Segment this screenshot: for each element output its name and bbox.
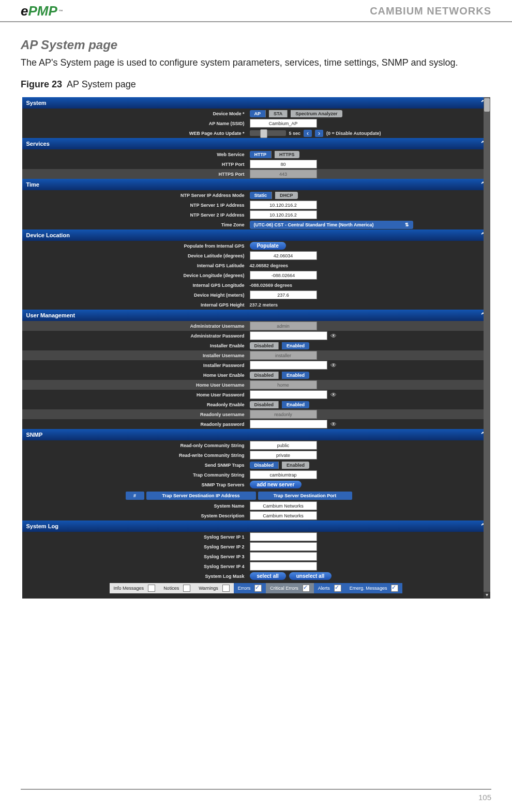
- device-mode-sta[interactable]: STA: [269, 110, 288, 117]
- opt-enabled[interactable]: Enabled: [282, 462, 309, 469]
- scroll-down-icon[interactable]: ▾: [484, 592, 490, 599]
- height-input[interactable]: [250, 290, 317, 299]
- inst-pw-label: Installer Password: [22, 363, 250, 368]
- populate-label: Populate from Internal GPS: [22, 243, 250, 249]
- home-user-input: [250, 380, 317, 389]
- gps-lat-label: Internal GPS Latitude: [22, 263, 250, 268]
- inst-user-input: [250, 351, 317, 360]
- trap-comm-input[interactable]: [250, 470, 317, 479]
- scrollbar[interactable]: ▾: [484, 97, 490, 599]
- device-mode-ap[interactable]: AP: [250, 110, 266, 117]
- http-port-input[interactable]: [250, 160, 317, 168]
- panel-title: System: [26, 100, 47, 106]
- inst-pw-input[interactable]: [250, 361, 327, 370]
- populate-button[interactable]: Populate: [250, 242, 286, 250]
- sysdesc-input[interactable]: [250, 511, 317, 520]
- checkbox[interactable]: [254, 585, 262, 592]
- checkbox[interactable]: [391, 585, 398, 592]
- unselect-all-button[interactable]: unselect all: [289, 572, 332, 580]
- syslog-s1-input[interactable]: [250, 532, 317, 541]
- rw-comm-input[interactable]: [250, 451, 317, 459]
- ntp-mode-toggle[interactable]: Static DHCP: [250, 192, 298, 199]
- ro-comm-label: Read-only Community String: [22, 443, 250, 448]
- checkbox[interactable]: [183, 585, 190, 592]
- panel-header-syslog[interactable]: System Log ⌃: [22, 520, 490, 532]
- home-enable-label: Home User Enable: [22, 373, 250, 378]
- panel-header-snmp[interactable]: SNMP ⌃: [22, 429, 490, 440]
- auto-update-slider[interactable]: [250, 130, 286, 136]
- https-port-label: HTTPS Port: [22, 172, 250, 177]
- syslog-s2-input[interactable]: [250, 542, 317, 551]
- log-cat-emerg-messages[interactable]: Emerg. Messages: [345, 583, 403, 593]
- web-service-toggle[interactable]: HTTP HTTPS: [250, 151, 299, 158]
- add-server-button[interactable]: add new server: [250, 481, 302, 488]
- admin-pw-input[interactable]: [250, 331, 327, 340]
- ntp-s2-input[interactable]: [250, 210, 317, 219]
- ro-user-label: Readonly username: [22, 412, 250, 417]
- opt-http[interactable]: HTTP: [250, 151, 272, 158]
- home-enable-toggle[interactable]: Disabled Enabled: [250, 372, 310, 379]
- panel-title: Services: [26, 141, 50, 147]
- panel-header-location[interactable]: Device Location ⌃: [22, 229, 490, 241]
- syslog-s4-input[interactable]: [250, 562, 317, 571]
- checkbox[interactable]: [148, 585, 155, 592]
- checkbox[interactable]: [303, 585, 310, 592]
- eye-icon[interactable]: 👁: [330, 362, 337, 369]
- opt-disabled[interactable]: Disabled: [250, 372, 279, 379]
- ro-comm-input[interactable]: [250, 441, 317, 450]
- opt-disabled[interactable]: Disabled: [250, 462, 279, 469]
- trap-servers-label: SNMP Trap Servers: [22, 482, 250, 487]
- inst-enable-toggle[interactable]: Disabled Enabled: [250, 342, 310, 349]
- log-cat-alerts[interactable]: Alerts: [314, 583, 345, 593]
- sysdesc-label: System Description: [22, 513, 250, 518]
- panel-header-system[interactable]: System ⌃: [22, 97, 490, 109]
- log-cat-notices[interactable]: Notices: [159, 583, 194, 593]
- tz-select[interactable]: (UTC-06) CST - Central Standard Time (No…: [250, 221, 413, 229]
- inst-enable-label: Installer Enable: [22, 343, 250, 348]
- panel-header-users[interactable]: User Management ⌃: [22, 310, 490, 321]
- checkbox[interactable]: [334, 585, 341, 592]
- syslog-s1-label: Syslog Server IP 1: [22, 534, 250, 540]
- device-mode-toggle[interactable]: AP STA Spectrum Analyzer: [250, 110, 342, 117]
- log-cat-errors[interactable]: Errors: [234, 583, 266, 593]
- ro-pw-label: Readonly password: [22, 422, 250, 427]
- eye-icon[interactable]: 👁: [330, 421, 337, 428]
- decrement-button[interactable]: ‹: [304, 130, 312, 137]
- sysname-input[interactable]: [250, 501, 317, 510]
- figure-label: Figure 23 AP System page: [21, 79, 491, 90]
- traps-toggle[interactable]: Disabled Enabled: [250, 462, 310, 469]
- home-pw-input[interactable]: [250, 390, 327, 399]
- log-cat-warnings[interactable]: Warnings: [194, 583, 234, 593]
- syslog-s3-input[interactable]: [250, 552, 317, 561]
- opt-disabled[interactable]: Disabled: [250, 342, 279, 349]
- opt-https[interactable]: HTTPS: [275, 151, 299, 158]
- panel-header-services[interactable]: Services ⌃: [22, 138, 490, 149]
- checkbox[interactable]: [222, 585, 230, 592]
- eye-icon[interactable]: 👁: [330, 332, 337, 340]
- opt-static[interactable]: Static: [250, 192, 273, 199]
- lon-input[interactable]: [250, 271, 317, 280]
- opt-dhcp[interactable]: DHCP: [275, 192, 298, 199]
- trap-table-header: # Trap Server Destination IP Address Tra…: [126, 492, 490, 500]
- panel-header-time[interactable]: Time ⌃: [22, 179, 490, 190]
- opt-enabled[interactable]: Enabled: [282, 401, 309, 408]
- ro-pw-input[interactable]: [250, 420, 327, 428]
- ap-system-screenshot: ▾ System ⌃ Device Mode * AP STA Spectrum…: [22, 97, 490, 599]
- opt-enabled[interactable]: Enabled: [282, 342, 309, 349]
- lat-input[interactable]: [250, 251, 317, 260]
- admin-user-input: [250, 321, 317, 330]
- log-cat-info-messages[interactable]: Info Messages: [110, 583, 160, 593]
- ap-name-input[interactable]: [250, 119, 317, 128]
- select-all-button[interactable]: select all: [250, 572, 286, 580]
- page-title: AP System page: [21, 38, 491, 52]
- device-mode-sa[interactable]: Spectrum Analyzer: [291, 110, 342, 117]
- ntp-s1-input[interactable]: [250, 201, 317, 209]
- opt-enabled[interactable]: Enabled: [282, 372, 309, 379]
- scroll-thumb[interactable]: [484, 98, 490, 112]
- gps-height-label: Internal GPS Height: [22, 302, 250, 308]
- ro-enable-toggle[interactable]: Disabled Enabled: [250, 401, 310, 408]
- opt-disabled[interactable]: Disabled: [250, 401, 279, 408]
- increment-button[interactable]: ›: [315, 130, 323, 137]
- eye-icon[interactable]: 👁: [330, 391, 337, 399]
- log-cat-critical-errors[interactable]: Critical Errors: [266, 583, 314, 593]
